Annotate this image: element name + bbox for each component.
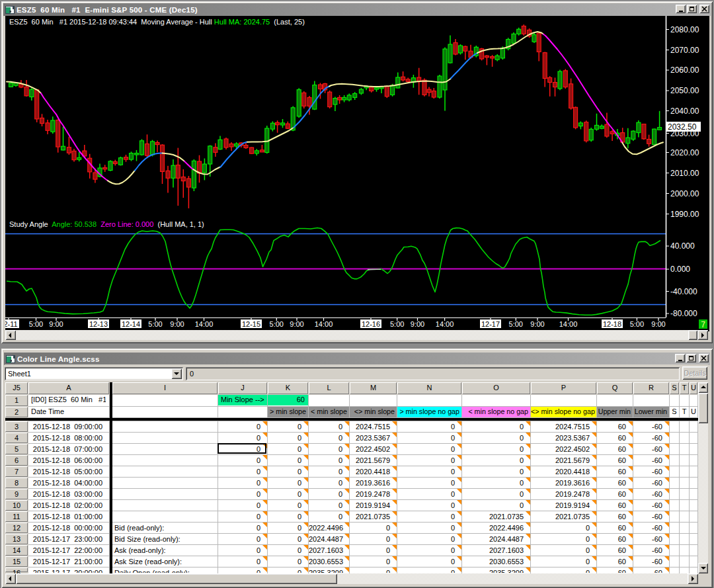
svg-text:-80.000: -80.000: [670, 309, 697, 318]
svg-text:2020.00: 2020.00: [670, 148, 699, 157]
svg-text:14:00: 14:00: [559, 320, 578, 328]
svg-text:9:00: 9:00: [170, 320, 184, 328]
svg-text:2050.00: 2050.00: [670, 86, 699, 95]
svg-text:12-18: 12-18: [603, 320, 621, 328]
svg-text:0.000: 0.000: [670, 265, 690, 274]
svg-text:40.000: 40.000: [670, 241, 695, 251]
svg-text:12-11: 12-11: [5, 320, 18, 328]
svg-text:5:00: 5:00: [390, 320, 404, 328]
svg-text:1990.00: 1990.00: [670, 210, 699, 219]
svg-text:2032.50: 2032.50: [668, 122, 697, 132]
svg-text:2040.00: 2040.00: [670, 106, 699, 116]
svg-text:9:00: 9:00: [651, 320, 665, 328]
svg-text:2010.00: 2010.00: [670, 169, 699, 178]
svg-text:5:00: 5:00: [270, 320, 284, 328]
svg-text:9:00: 9:00: [290, 320, 303, 328]
svg-text:Study Angle Angle: 50.538 Ze: Study Angle Angle: 50.538 Zero Line: 0.0…: [9, 220, 204, 228]
svg-text:7: 7: [701, 320, 705, 329]
svg-text:5:00: 5:00: [148, 320, 162, 328]
svg-text:-40.000: -40.000: [670, 287, 697, 296]
svg-text:9:00: 9:00: [411, 320, 424, 328]
svg-text:12-17: 12-17: [481, 320, 500, 328]
svg-text:5:00: 5:00: [29, 320, 43, 328]
svg-text:12-14: 12-14: [122, 320, 140, 328]
svg-text:5:00: 5:00: [630, 320, 644, 328]
svg-text:2070.00: 2070.00: [670, 46, 699, 55]
svg-text:9:00: 9:00: [49, 320, 63, 328]
svg-text:14:00: 14:00: [436, 320, 454, 328]
svg-text:9:00: 9:00: [530, 320, 544, 328]
svg-text:2080.00: 2080.00: [670, 25, 699, 34]
svg-text:12-13: 12-13: [89, 320, 108, 328]
svg-text:14:00: 14:00: [315, 320, 333, 328]
svg-text:12-16: 12-16: [362, 320, 380, 328]
svg-text:5:00: 5:00: [509, 320, 523, 328]
svg-text:ESZ5 60 Min #1 2015-12-18 0: ESZ5 60 Min #1 2015-12-18 09:43:44 Movin…: [9, 18, 305, 26]
svg-text:12-15: 12-15: [242, 320, 260, 328]
svg-text:2000.00: 2000.00: [670, 189, 699, 198]
svg-text:14:00: 14:00: [195, 320, 214, 328]
svg-text:2060.00: 2060.00: [670, 65, 699, 75]
